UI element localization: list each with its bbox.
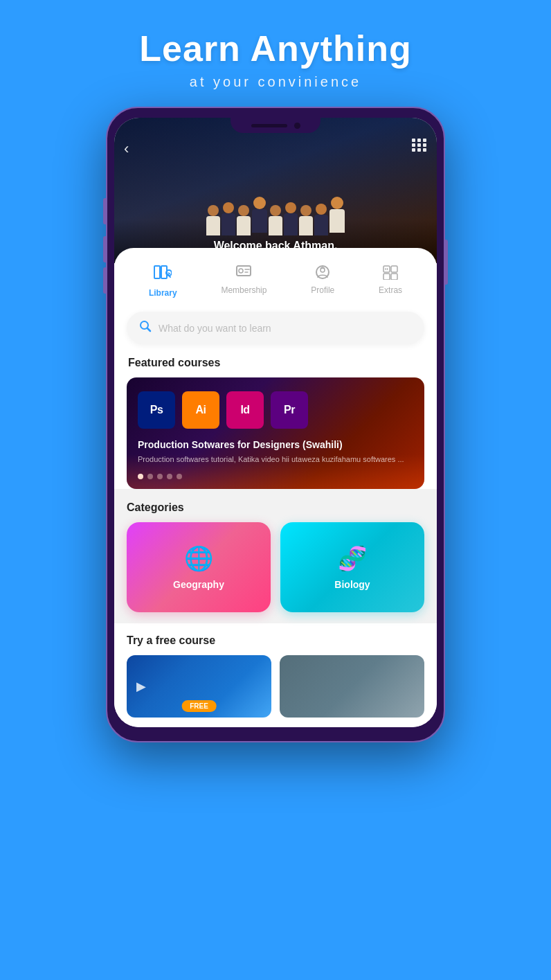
- svg-rect-7: [383, 266, 390, 272]
- free-course-card-2[interactable]: [280, 655, 424, 718]
- free-courses-row: ▶ FREE: [127, 655, 424, 718]
- geography-icon: 🌐: [184, 544, 213, 572]
- course-title: Production Sotwares for Designers (Swahi…: [138, 438, 413, 451]
- extras-icon: [382, 265, 399, 283]
- notch: [231, 118, 320, 133]
- hero-section: ‹ Welcome back Athman,: [114, 118, 437, 263]
- indesign-icon: Id: [226, 391, 264, 429]
- svg-rect-0: [154, 266, 160, 278]
- page-header: Learn Anything at your convinience: [125, 0, 425, 101]
- search-icon: [139, 320, 152, 336]
- categories-title: Categories: [127, 501, 424, 514]
- biology-label: Biology: [334, 579, 370, 590]
- dot-4[interactable]: [167, 474, 172, 479]
- profile-icon: [315, 265, 330, 283]
- dot-2[interactable]: [147, 474, 153, 479]
- phone-frame: ‹ Welcome back Athman,: [106, 107, 445, 742]
- hero-headline: Learn Anything: [139, 29, 411, 69]
- category-biology[interactable]: 🧬 Biology: [280, 522, 424, 612]
- tab-library-label: Library: [149, 288, 177, 298]
- search-bar[interactable]: What do you want to learn: [127, 312, 424, 344]
- tab-extras-label: Extras: [379, 285, 402, 295]
- notch-camera: [294, 123, 300, 129]
- search-placeholder: What do you want to learn: [159, 323, 412, 334]
- free-badge-1: FREE: [181, 700, 217, 712]
- phone-screen: ‹ Welcome back Athman,: [114, 118, 437, 727]
- tab-profile[interactable]: Profile: [305, 262, 340, 301]
- course-description: Production softwares tutorial, Katika vi…: [138, 454, 413, 465]
- dot-5[interactable]: [177, 474, 182, 479]
- biology-icon: 🧬: [338, 544, 367, 572]
- geography-label: Geography: [173, 579, 224, 590]
- svg-rect-8: [391, 266, 397, 272]
- play-icon-1: ▶: [136, 679, 146, 694]
- photoshop-icon: Ps: [138, 391, 175, 429]
- tab-membership[interactable]: Membership: [215, 262, 272, 301]
- illustrator-icon: Ai: [182, 391, 219, 429]
- featured-course-banner[interactable]: Ps Ai Id Pr Production Sotwares for Desi…: [127, 377, 424, 489]
- software-icons-row: Ps Ai Id Pr: [138, 391, 413, 429]
- category-geography[interactable]: 🌐 Geography: [127, 522, 271, 612]
- free-course-card-1[interactable]: ▶ FREE: [127, 655, 271, 718]
- free-course-title: Try a free course: [127, 634, 424, 647]
- tab-navigation: Library Membership: [127, 262, 424, 301]
- svg-rect-9: [383, 274, 390, 280]
- premiere-icon: Pr: [271, 391, 308, 429]
- library-icon: [154, 265, 172, 285]
- svg-point-4: [239, 269, 243, 273]
- tab-library[interactable]: Library: [143, 262, 183, 301]
- svg-rect-10: [391, 274, 397, 280]
- categories-section: Categories 🌐 Geography 🧬 Biology: [114, 489, 437, 623]
- categories-grid: 🌐 Geography 🧬 Biology: [127, 522, 424, 612]
- carousel-dots: [138, 474, 413, 479]
- featured-courses-title: Featured courses: [127, 357, 424, 369]
- membership-icon: [235, 265, 252, 283]
- tab-membership-label: Membership: [221, 285, 267, 295]
- free-course-section: Try a free course ▶ FREE: [114, 623, 437, 727]
- dot-3[interactable]: [157, 474, 163, 479]
- dot-1[interactable]: [138, 474, 143, 479]
- grid-icon[interactable]: [412, 139, 427, 152]
- hero-subline: at your convinience: [139, 74, 411, 90]
- tab-profile-label: Profile: [311, 285, 334, 295]
- content-card: Library Membership: [114, 248, 437, 489]
- page-background: Learn Anything at your convinience: [0, 0, 551, 980]
- notch-speaker: [251, 124, 287, 127]
- tab-extras[interactable]: Extras: [373, 262, 408, 301]
- back-arrow-icon[interactable]: ‹: [124, 140, 129, 158]
